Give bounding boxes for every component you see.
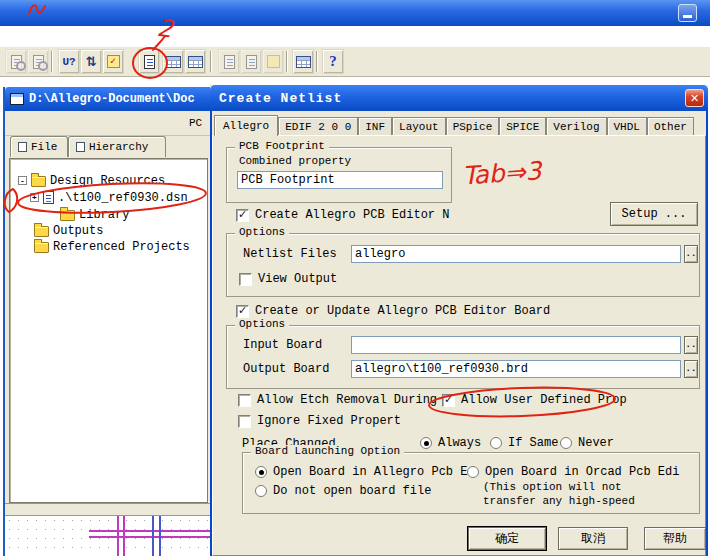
dialog-titlebar[interactable]: Create Netlist [210, 85, 708, 111]
table-grid-icon [188, 56, 203, 68]
close-button[interactable]: ✕ [685, 89, 704, 107]
help-icon: ? [329, 53, 337, 70]
schematic-wire [152, 516, 154, 556]
document-icon [224, 55, 235, 69]
reorder-button[interactable]: ⇅ [80, 49, 102, 74]
tab-allegro[interactable]: Allegro [214, 115, 278, 136]
radio-unselected-icon [467, 466, 479, 478]
schematic-window-edge [5, 503, 210, 516]
create-netlist-button[interactable] [138, 49, 160, 74]
area-button[interactable] [240, 49, 262, 74]
output-board-browse-button[interactable]: .. [684, 360, 698, 378]
combined-property-input[interactable] [237, 171, 443, 189]
radio-do-not-open[interactable]: Do not open board file [255, 484, 431, 498]
radio-unselected-icon [490, 437, 502, 449]
schematic-wire [159, 516, 161, 556]
properties-button[interactable] [292, 49, 314, 74]
schematic-wire [89, 530, 210, 532]
tree-item-design-resources[interactable]: - Design Resources [18, 173, 165, 188]
tab-spice[interactable]: SPICE [499, 117, 546, 136]
ignore-fixed-checkbox[interactable]: Ignore Fixed Propert [238, 414, 401, 428]
pcb-footprint-group-label: PCB Footprint [235, 140, 329, 152]
netlist-files-input[interactable] [351, 245, 681, 263]
radio-always[interactable]: Always [420, 436, 481, 450]
allow-etch-removal-checkbox[interactable]: Allow Etch Removal During E [238, 393, 451, 407]
create-update-board-checkbox[interactable]: ✓ Create or Update Allegro PCB Editor Bo… [236, 304, 550, 318]
tab-file[interactable]: File [10, 136, 68, 157]
tab-other[interactable]: Other [647, 117, 694, 136]
cancel-button[interactable]: 取消 [558, 527, 628, 550]
expand-icon[interactable]: + [30, 193, 39, 202]
dialog-tab-bar: Allegro EDIF 2 0 0 INF Layout PSpice SPI… [214, 114, 694, 136]
project-tree: - Design Resources + .\t100_ref0930.dsn … [9, 158, 208, 503]
collapse-icon[interactable]: - [18, 176, 27, 185]
project-window-titlebar[interactable]: D:\Allegro-Document\Doc [5, 87, 210, 111]
print-preview-button[interactable] [5, 49, 27, 74]
input-board-label: Input Board [243, 338, 322, 352]
tab-inf[interactable]: INF [358, 117, 392, 136]
create-editor-netlist-checkbox[interactable]: ✓ Create Allegro PCB Editor N [236, 208, 449, 222]
orcad-note-line1: (This option will not [483, 481, 622, 493]
page-magnifier-icon [11, 55, 22, 69]
tree-item-outputs[interactable]: Outputs [34, 223, 103, 238]
zoom-button[interactable] [27, 49, 49, 74]
tab-vhdl[interactable]: VHDL [607, 117, 647, 136]
netlist-files-browse-button[interactable]: .. [684, 245, 698, 263]
hierarchy-tab-label: Hierarchy [89, 141, 148, 153]
minimize-icon [683, 15, 692, 18]
checkbox-unchecked-icon [238, 394, 251, 407]
help-button[interactable]: 帮助 [644, 527, 706, 550]
annotate-button[interactable]: U? [58, 49, 80, 74]
radio-selected-icon [420, 437, 432, 449]
ok-button[interactable]: 确定 [468, 527, 546, 550]
tab-layout[interactable]: Layout [392, 117, 446, 136]
allow-user-defined-checkbox[interactable]: ✓ Allow User Defined Prop [442, 393, 627, 407]
drc-button[interactable]: ✓ [102, 49, 124, 74]
output-board-label: Output Board [243, 362, 329, 376]
input-board-browse-button[interactable]: .. [684, 336, 698, 354]
create-netlist-dialog: Create Netlist ✕ Allegro EDIF 2 0 0 INF … [210, 85, 708, 556]
snap-button[interactable] [218, 49, 240, 74]
input-board-input[interactable] [351, 336, 681, 354]
design-file-icon [43, 191, 54, 204]
tree-item-library[interactable]: Library [60, 207, 129, 222]
close-icon: ✕ [690, 92, 699, 105]
tree-item-dsn-file[interactable]: + .\t100_ref0930.dsn [30, 190, 188, 205]
color-button[interactable] [262, 49, 284, 74]
u-query-icon: U? [62, 56, 75, 68]
radio-if-same[interactable]: If Same [490, 436, 558, 450]
magnifier-icon [33, 55, 44, 69]
folder-icon [34, 242, 49, 253]
project-window-title: D:\Allegro-Document\Doc [29, 92, 195, 106]
checkbox-checked-icon: ✓ [236, 209, 249, 222]
cross-reference-button[interactable] [162, 49, 184, 74]
help-button[interactable]: ? [322, 49, 344, 74]
netlist-document-icon [144, 55, 155, 69]
orcad-note-line2: transfer any high-speed [483, 495, 635, 507]
options-group-label: Options [235, 226, 289, 238]
folder-icon [31, 176, 46, 187]
output-board-input[interactable] [351, 360, 681, 378]
table-grid-icon [296, 56, 311, 68]
up-down-arrows-icon: ⇅ [86, 54, 97, 69]
tab-pspice[interactable]: PSpice [446, 117, 500, 136]
radio-unselected-icon [560, 437, 572, 449]
radio-never[interactable]: Never [560, 436, 614, 450]
tab-edif[interactable]: EDIF 2 0 0 [278, 117, 358, 136]
clipped-window-label: PC [189, 117, 202, 129]
tab-verilog[interactable]: Verilog [546, 117, 606, 136]
hierarchy-tab-icon [76, 142, 85, 152]
bom-button[interactable] [184, 49, 206, 74]
view-output-checkbox[interactable]: View Output [239, 272, 337, 286]
tree-item-referenced-projects[interactable]: Referenced Projects [34, 239, 190, 254]
screen: U? ⇅ ✓ ? D:\Allegro-Document\Doc PC File… [0, 0, 710, 556]
tab-hierarchy[interactable]: Hierarchy [68, 136, 166, 157]
file-tab-icon [18, 142, 27, 152]
radio-open-allegro[interactable]: Open Board in Allegro Pcb Ed [255, 465, 475, 479]
radio-open-orcad[interactable]: Open Board in Orcad Pcb Edi [467, 465, 679, 479]
minimize-button[interactable] [678, 4, 697, 22]
setup-button[interactable]: Setup ... [610, 202, 698, 226]
main-toolbar: U? ⇅ ✓ ? [0, 46, 710, 77]
checkbox-checked-icon: ✓ [236, 305, 249, 318]
folder-icon [60, 210, 75, 221]
